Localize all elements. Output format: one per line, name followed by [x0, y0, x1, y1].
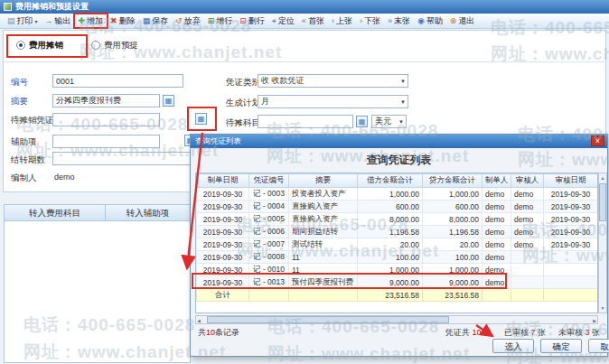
table-cell: demo: [511, 188, 544, 201]
total-row: 合计23,516.5823,516.58: [197, 289, 598, 302]
app-window: 费用摊销和预提设置 ▤打印▾→输出✚增加✖删除▦保存↺放弃⊞增行⊟删行⌖定位«首…: [0, 0, 609, 364]
table-cell: 记 - 0005: [249, 213, 289, 226]
voucher-type-value: 收 收款凭证: [261, 76, 304, 85]
column-header[interactable]: 摘要: [289, 174, 358, 188]
column-header[interactable]: 审核日期: [544, 174, 598, 188]
toolbar-last-button[interactable]: »末张: [384, 14, 414, 27]
table-cell: 投资者投入资产: [289, 188, 358, 201]
cancel-button[interactable]: 取消: [588, 339, 609, 353]
table-cell: [544, 264, 598, 276]
window-titlebar: 费用摊销和预提设置: [0, 0, 609, 14]
stat-value: 10: [472, 328, 481, 337]
delete-icon: ✖: [110, 17, 117, 25]
dialog-heading: 查询凭证列表: [191, 153, 607, 168]
periods-input[interactable]: [52, 152, 212, 165]
next-icon: ›: [360, 17, 362, 25]
table-cell: 2019-09-30: [197, 188, 249, 201]
summary-input[interactable]: [52, 94, 160, 107]
toolbar-save-button[interactable]: ▦保存: [139, 14, 173, 27]
pending-subject-browse-icon[interactable]: ▦: [356, 116, 368, 127]
close-icon[interactable]: ×: [591, 135, 604, 146]
table-row[interactable]: 2019-09-30记 - 0005直接购入资产8,000.008,000.00…: [197, 213, 598, 226]
toolbar-locate-button[interactable]: ⌖定位: [268, 14, 298, 27]
transfer-table-header: 转入费用科目 转入辅助项: [5, 205, 190, 221]
plan-select[interactable]: 月 ▼: [258, 95, 408, 108]
table-cell: demo: [511, 213, 544, 226]
toolbar-prev-button[interactable]: ‹上张: [328, 14, 356, 27]
table-row[interactable]: 2019-09-30记 - 0004直接购入资产600.00600.00demo…: [197, 201, 598, 213]
dialog-titlebar[interactable]: 查询凭证列表: [191, 135, 607, 148]
radio-expense-accrual-label[interactable]: 费用预提: [104, 40, 138, 51]
table-cell: demo: [511, 226, 544, 238]
table-cell: 1,000.00: [358, 264, 423, 276]
toolbar-first-button[interactable]: «首张: [298, 14, 328, 27]
help-icon: ◉: [417, 17, 425, 25]
toolbar-help-button[interactable]: ◉帮助: [414, 14, 446, 27]
scroll-down-icon[interactable]: ▼: [599, 303, 606, 313]
currency-select[interactable]: 美元 ▼: [371, 115, 407, 128]
column-header[interactable]: 凭证编号: [249, 174, 289, 188]
transfer-aux-col-header: 转入辅助项: [106, 205, 190, 220]
table-cell: 记 - 0013: [249, 276, 289, 289]
table-cell: 2019-09-30: [197, 213, 249, 226]
creator-value: demo: [54, 173, 75, 182]
pending-voucher-label: 待摊销凭证: [11, 115, 54, 126]
column-header[interactable]: 贷方金额合计: [423, 174, 483, 188]
currency-value: 美元: [375, 117, 391, 126]
toolbar-button-label: 删除: [119, 15, 136, 27]
chevron-down-icon: ▼: [400, 79, 406, 84]
table-row[interactable]: 2019-09-30记 - 000811100.00100.00demo: [197, 251, 598, 264]
scroll-up-icon[interactable]: ▲: [599, 173, 606, 182]
horizontal-scrollbar[interactable]: ◀ ▶: [195, 315, 598, 324]
scroll-right-icon[interactable]: ▶: [593, 317, 596, 324]
aux-item-input[interactable]: [52, 135, 160, 148]
table-cell: 期间损益结转: [289, 226, 358, 238]
radio-expense-accrual[interactable]: [91, 41, 100, 50]
table-cell: 1,000.00: [423, 264, 483, 276]
table-row[interactable]: 2019-09-30记 - 0006期间损益结转1,196.581,196.58…: [197, 226, 598, 238]
scrollbar-thumb[interactable]: [207, 316, 449, 323]
table-row[interactable]: 2019-09-30记 - 0003投资者投入资产1,000.001,000.0…: [197, 188, 598, 201]
table-cell: 记 - 0006: [249, 226, 289, 238]
scroll-left-icon[interactable]: ◀: [197, 317, 201, 324]
total-cell: [483, 289, 511, 302]
number-input[interactable]: [52, 74, 183, 88]
radio-expense-amortization-label[interactable]: 费用摊销: [29, 40, 63, 51]
pending-voucher-browse-icon[interactable]: ▦: [195, 113, 207, 125]
scrollbar-thumb[interactable]: [599, 183, 606, 221]
toolbar-exit-button[interactable]: ⊗退出: [446, 14, 479, 27]
add-icon: ✚: [79, 17, 86, 25]
vertical-scrollbar[interactable]: ▲ ▼: [598, 173, 607, 313]
toolbar-del-row-button[interactable]: ⊟删行: [236, 14, 268, 27]
toolbar-add-button[interactable]: ✚增加: [75, 14, 108, 27]
last-icon: »: [388, 17, 392, 25]
toolbar-discard-button[interactable]: ↺放弃: [172, 14, 204, 27]
toolbar-next-button[interactable]: ›下张: [356, 14, 384, 27]
toolbar-add-row-button[interactable]: ⊞增行: [204, 14, 237, 27]
select-in-button[interactable]: 选入: [492, 339, 534, 353]
toolbar-delete-button[interactable]: ✖删除: [107, 14, 139, 27]
table-row[interactable]: 2019-09-30记 - 0010111,000.001,000.00demo: [197, 264, 598, 276]
toolbar-button-label: 增行: [216, 15, 232, 27]
toolbar-export-button[interactable]: →输出: [42, 14, 75, 27]
column-header[interactable]: 审核人: [511, 174, 544, 188]
summary-label: 摘要: [11, 96, 28, 107]
table-row[interactable]: 2019-09-30记 - 0013预付四季度报刊费9,000.009,000.…: [197, 276, 598, 289]
table-cell: demo: [483, 201, 511, 213]
toolbar-print-button[interactable]: ▤打印▾: [4, 14, 42, 27]
radio-expense-amortization[interactable]: [16, 41, 25, 50]
table-cell: 记 - 0003: [249, 188, 289, 201]
pending-voucher-input[interactable]: [52, 113, 160, 126]
pending-subject-input[interactable]: [258, 115, 353, 128]
voucher-query-dialog: 查询凭证列表 × 查询凭证列表 制单日期凭证编号摘要借方金额合计贷方金额合计制单…: [190, 134, 608, 357]
ok-button[interactable]: 确定: [540, 339, 582, 353]
summary-browse-icon[interactable]: ▦: [163, 95, 174, 107]
toolbar-button-label: 定位: [278, 15, 295, 27]
toolbar-button-label: 打印: [17, 15, 33, 27]
voucher-table-container: 制单日期凭证编号摘要借方金额合计贷方金额合计制单人审核人审核日期2019-09-…: [195, 173, 598, 313]
table-row[interactable]: 2019-09-30记 - 0007测试结转20.0020.00demodemo…: [197, 238, 598, 251]
voucher-type-select[interactable]: 收 收款凭证 ▼: [258, 74, 408, 88]
column-header[interactable]: 制单人: [483, 174, 511, 188]
column-header[interactable]: 制单日期: [197, 174, 249, 188]
column-header[interactable]: 借方金额合计: [358, 174, 423, 188]
